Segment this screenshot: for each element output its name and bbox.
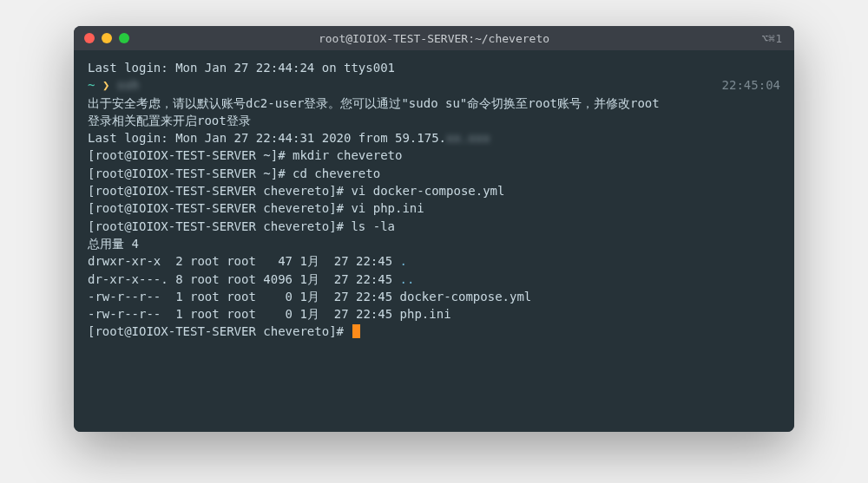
file-name: .. [400,272,415,286]
final-prompt-line[interactable]: [root@IOIOX-TEST-SERVER chevereto]# [88,323,780,340]
prompt-host: [root@IOIOX-TEST-SERVER chevereto]# [88,201,344,215]
command-text: vi php.ini [344,201,424,215]
ls-row: -rw-r--r-- 1 root root 0 1月 27 22:45 php… [88,305,780,323]
cursor-icon [352,324,360,338]
title-bar[interactable]: root@IOIOX-TEST-SERVER:~/chevereto ⌥⌘1 [74,26,794,50]
prompt-arrow-icon: ❯ [102,78,109,92]
file-perms: -rw-r--r-- 1 root root 0 1月 27 22:45 [88,290,400,304]
prompt-host: [root@IOIOX-TEST-SERVER chevereto]# [88,219,344,233]
file-perms: drwxr-xr-x 2 root root 47 1月 27 22:45 [88,254,400,268]
prompt-host: [root@IOIOX-TEST-SERVER ~]# [88,148,286,162]
window-title: root@IOIOX-TEST-SERVER:~/chevereto [319,32,549,45]
file-name: docker-compose.yml [400,290,532,304]
ls-total: 总用量 4 [88,235,780,252]
terminal-window: root@IOIOX-TEST-SERVER:~/chevereto ⌥⌘1 L… [74,26,794,432]
file-perms: -rw-r--r-- 1 root root 0 1月 27 22:45 [88,307,400,321]
command-text: mkdir chevereto [286,148,403,162]
ls-row: -rw-r--r-- 1 root root 0 1月 27 22:45 doc… [88,288,780,305]
prompt-tilde: ~ [88,78,95,92]
timestamp: 22:45:04 [722,76,780,94]
command-line: [root@IOIOX-TEST-SERVER ~]# mkdir chever… [88,147,780,164]
blurred-command: ssh [117,78,154,92]
last-login-line: Last login: Mon Jan 27 22:44:24 on ttys0… [88,59,780,76]
last-login-line2: Last login: Mon Jan 27 22:44:31 2020 fro… [88,129,780,147]
maximize-icon[interactable] [119,33,129,43]
ls-row: dr-xr-x---. 8 root root 4096 1月 27 22:45… [88,271,780,288]
minimize-icon[interactable] [102,33,112,43]
command-line: [root@IOIOX-TEST-SERVER chevereto]# ls -… [88,218,780,235]
command-line: [root@IOIOX-TEST-SERVER chevereto]# vi p… [88,199,780,217]
file-name: php.ini [400,307,451,321]
security-notice-line1: 出于安全考虑，请以默认账号dc2-user登录。您可以通过"sudo su"命令… [88,95,780,112]
command-text: vi docker-compose.yml [344,184,504,198]
terminal-body[interactable]: Last login: Mon Jan 27 22:44:24 on ttys0… [74,50,794,432]
close-icon[interactable] [84,33,95,43]
file-name: . [400,254,407,268]
file-perms: dr-xr-x---. 8 root root 4096 1月 27 22:45 [88,272,400,286]
command-line: [root@IOIOX-TEST-SERVER chevereto]# vi d… [88,182,780,199]
command-line: [root@IOIOX-TEST-SERVER ~]# cd chevereto [88,165,780,182]
prompt-text: [root@IOIOX-TEST-SERVER chevereto]# [88,324,351,338]
prompt-host: [root@IOIOX-TEST-SERVER chevereto]# [88,184,344,198]
prompt-line: ~ ❯ ssh 22:45:04 [88,76,780,94]
traffic-lights [84,33,129,43]
prompt-host: [root@IOIOX-TEST-SERVER ~]# [88,166,286,180]
ls-row: drwxr-xr-x 2 root root 47 1月 27 22:45 . [88,252,780,270]
command-text: ls -la [344,219,395,233]
blurred-ip: xx.xxx [446,131,490,145]
security-notice-line2: 登录相关配置来开启root登录 [88,112,780,129]
command-text: cd chevereto [286,166,381,180]
shortcut-hint: ⌥⌘1 [762,32,782,45]
